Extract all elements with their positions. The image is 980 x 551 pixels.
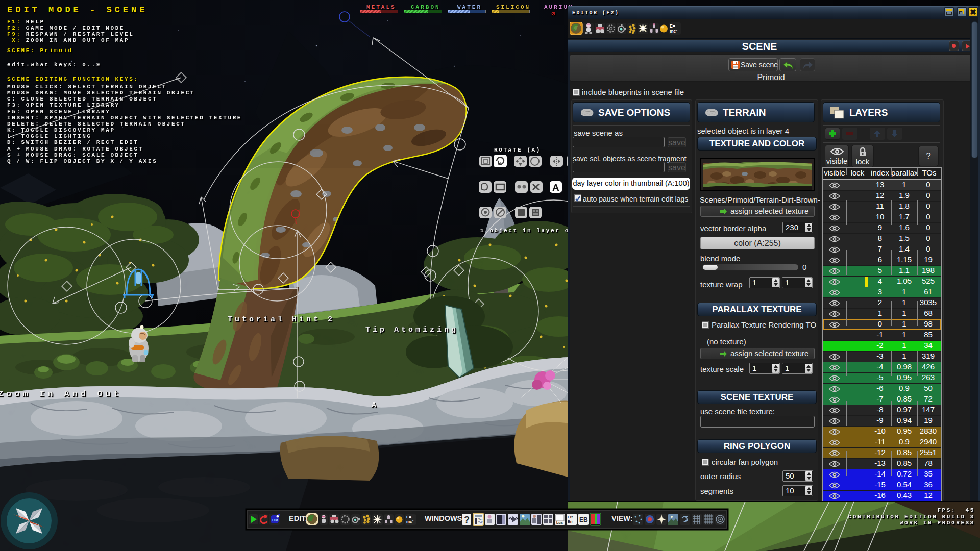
svg-text:?: ? xyxy=(464,515,470,525)
svg-text:A: A xyxy=(552,182,559,193)
svg-text:Lua: Lua xyxy=(272,518,278,522)
svg-text:Err: Err xyxy=(568,515,573,519)
svg-text:E=: E= xyxy=(406,515,411,519)
svg-text:E=: E= xyxy=(670,23,675,29)
svg-text:mc²: mc² xyxy=(670,29,677,34)
svg-text:EB: EB xyxy=(579,516,588,523)
svg-text:Err: Err xyxy=(568,520,573,523)
svg-text:VIEW:: VIEW: xyxy=(611,514,633,522)
svg-text:EDIT:: EDIT: xyxy=(289,514,307,522)
svg-text:TxK: TxK xyxy=(478,521,483,524)
svg-text:Lua: Lua xyxy=(556,521,563,524)
svg-text:mc²: mc² xyxy=(406,519,414,524)
svg-text:WINDOWS:: WINDOWS: xyxy=(425,514,464,522)
